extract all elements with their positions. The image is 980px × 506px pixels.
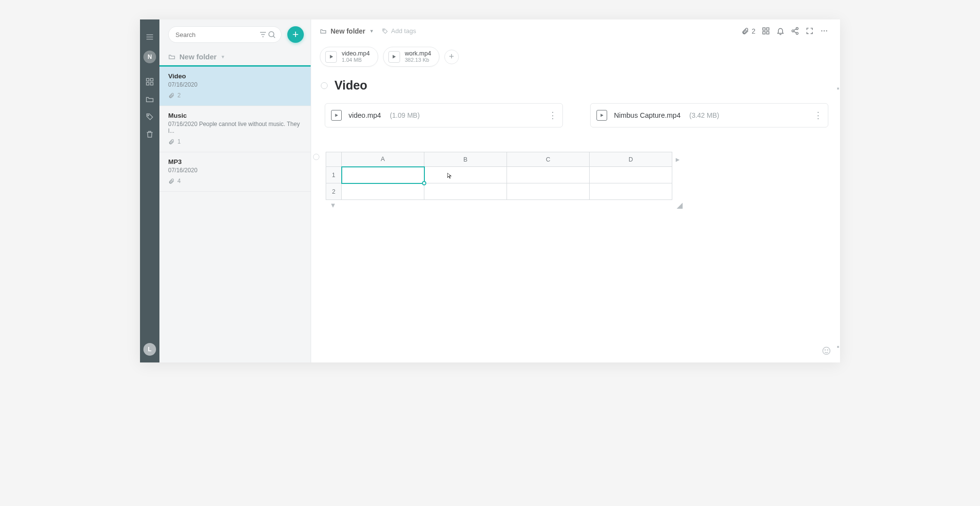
file-card[interactable]: video.mp4 (1.09 MB) ⋮ <box>325 103 563 127</box>
folders-icon[interactable] <box>140 90 159 108</box>
file-card[interactable]: Nimbus Capture.mp4 (3.42 MB) ⋮ <box>590 103 828 127</box>
cell-b2[interactable] <box>424 183 507 200</box>
chip-filesize: 382.13 Kb <box>405 57 431 63</box>
cell-d1[interactable] <box>590 167 672 183</box>
note-item-music[interactable]: Music 07/16/2020 People cannot live with… <box>159 106 311 152</box>
mouse-cursor-icon <box>446 171 453 180</box>
note-date: 07/16/2020 <box>168 81 302 88</box>
cell-d2[interactable] <box>590 183 672 200</box>
attachment-chip[interactable]: video.mp4 1.04 MB <box>320 47 378 67</box>
spreadsheet-block[interactable]: A B C D 1 2 <box>326 152 672 200</box>
note-date: 07/16/2020 <box>168 167 302 174</box>
svg-point-7 <box>148 115 149 116</box>
note-meta: 07/16/2020 People cannot live without mu… <box>168 121 302 134</box>
paperclip-icon <box>168 139 175 145</box>
cell-c1[interactable] <box>507 167 590 183</box>
share-icon[interactable] <box>788 24 802 38</box>
apps-icon[interactable] <box>140 73 159 90</box>
breadcrumb[interactable]: New folder ▾ <box>320 27 373 35</box>
left-rail: N L <box>140 19 159 362</box>
svg-point-25 <box>826 30 827 31</box>
grid-view-icon[interactable] <box>758 24 773 38</box>
video-file-icon <box>596 110 607 121</box>
chip-filename: video.mp4 <box>342 50 370 57</box>
more-icon[interactable] <box>817 24 831 38</box>
chip-filename: work.mp4 <box>405 50 431 57</box>
card-more-icon[interactable]: ⋮ <box>548 110 557 121</box>
tags-icon[interactable] <box>140 108 159 126</box>
svg-marker-29 <box>601 114 604 117</box>
svg-rect-5 <box>146 83 149 85</box>
resize-handle-icon[interactable]: ◢ <box>677 200 682 205</box>
svg-point-24 <box>823 30 824 31</box>
add-column-icon[interactable]: ▸ <box>675 154 681 164</box>
note-title: Video <box>168 72 302 80</box>
block-handle[interactable] <box>321 82 328 89</box>
user-avatar[interactable]: L <box>143 343 156 356</box>
svg-rect-4 <box>151 78 153 81</box>
attachments-counter[interactable]: 2 <box>741 27 755 35</box>
cell-b1[interactable] <box>424 167 507 183</box>
col-header[interactable]: A <box>342 152 424 167</box>
filter-icon[interactable] <box>259 30 267 39</box>
sheet-corner[interactable] <box>326 152 342 167</box>
svg-point-19 <box>792 30 794 32</box>
search-icon[interactable] <box>267 30 276 39</box>
chevron-down-icon: ▾ <box>370 28 373 34</box>
file-name: Nimbus Capture.mp4 <box>614 111 681 119</box>
card-more-icon[interactable]: ⋮ <box>814 110 822 121</box>
main-panel: New folder ▾ Add tags 2 video.mp4 <box>311 19 840 362</box>
add-row-icon[interactable]: ▾ <box>328 201 338 208</box>
menu-icon[interactable] <box>140 28 159 46</box>
trash-icon[interactable] <box>140 126 159 143</box>
chevron-down-icon: ▾ <box>222 54 224 59</box>
emoji-picker-icon[interactable] <box>822 346 831 356</box>
scrollbar[interactable] <box>837 88 839 348</box>
folder-header[interactable]: New folder ▾ <box>159 50 311 66</box>
file-size: (3.42 MB) <box>689 111 719 119</box>
col-header[interactable]: B <box>424 152 507 167</box>
note-title: MP3 <box>168 158 302 165</box>
note-item-mp3[interactable]: MP3 07/16/2020 4 <box>159 152 311 192</box>
svg-line-21 <box>794 29 796 31</box>
selection-handle[interactable] <box>422 181 426 185</box>
sidebar: + New folder ▾ Video 07/16/2020 2 Music … <box>159 19 311 362</box>
attachment-chip[interactable]: work.mp4 382.13 Kb <box>383 47 439 67</box>
video-file-icon <box>388 51 400 63</box>
chip-filesize: 1.04 MB <box>342 57 370 63</box>
col-header[interactable]: C <box>507 152 590 167</box>
cell-c2[interactable] <box>507 183 590 200</box>
svg-point-20 <box>796 32 798 34</box>
expand-icon[interactable] <box>802 24 817 38</box>
col-header[interactable]: D <box>590 152 672 167</box>
row-header[interactable]: 2 <box>326 183 342 200</box>
svg-marker-26 <box>330 55 332 58</box>
cell-a1[interactable] <box>342 167 424 183</box>
workspace-avatar[interactable]: N <box>143 51 156 63</box>
search-input[interactable] <box>175 31 259 38</box>
svg-rect-17 <box>766 32 769 34</box>
row-header[interactable]: 1 <box>326 167 342 183</box>
file-cards: video.mp4 (1.09 MB) ⋮ Nimbus Capture.mp4… <box>311 94 840 132</box>
svg-rect-14 <box>763 28 765 30</box>
paperclip-icon <box>168 178 175 184</box>
svg-rect-15 <box>766 28 769 30</box>
topbar: New folder ▾ Add tags 2 <box>311 19 840 43</box>
svg-point-32 <box>827 350 828 350</box>
app-window: N L + New folder ▾ <box>140 19 840 362</box>
search-input-wrap[interactable] <box>168 26 281 43</box>
add-tags-button[interactable]: Add tags <box>382 27 416 35</box>
svg-point-23 <box>821 30 822 31</box>
svg-point-13 <box>383 29 384 30</box>
note-attach-count: 2 <box>177 92 181 99</box>
cell-a2[interactable] <box>342 183 424 200</box>
block-handle[interactable] <box>313 154 319 160</box>
document-title[interactable]: Video <box>334 78 368 92</box>
note-item-video[interactable]: Video 07/16/2020 2 <box>159 65 311 106</box>
svg-rect-3 <box>146 78 149 81</box>
svg-point-11 <box>269 32 274 37</box>
bell-icon[interactable] <box>773 24 788 38</box>
add-note-button[interactable]: + <box>287 26 304 43</box>
svg-rect-6 <box>151 83 153 85</box>
add-attachment-button[interactable]: + <box>444 50 459 64</box>
